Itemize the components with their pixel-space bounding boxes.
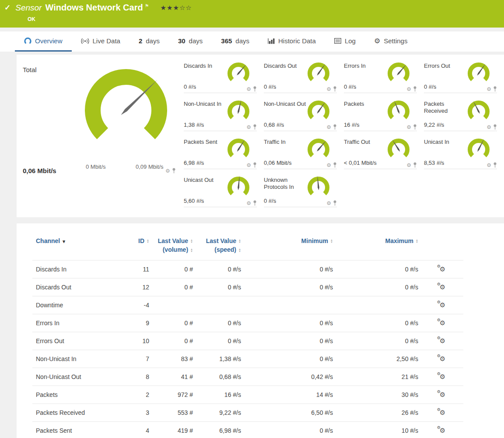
gauge-errors-out-pin-icon[interactable] [493, 86, 497, 92]
gauge-traffic-out-gear-icon[interactable]: ⚙ [406, 163, 411, 168]
gauge-errors-in-pin-icon[interactable] [413, 86, 417, 92]
mini-gear-icon: ⚙ [437, 300, 441, 304]
gauge-non-unicast-in-pin-icon[interactable] [253, 124, 257, 130]
gauge-non-unicast-in-gear-icon[interactable]: ⚙ [246, 125, 251, 130]
sort-icon[interactable]: ▲▼ [238, 248, 241, 253]
sort-icon[interactable]: ▲▼ [416, 239, 418, 243]
sort-icon[interactable]: ▲▼ [190, 239, 193, 243]
gauge-unicast-out-pin-icon[interactable] [253, 200, 257, 206]
column-label: Maximum [385, 237, 413, 244]
channel-settings-icon[interactable]: ⚙⚙ [440, 337, 445, 344]
channel-name: Discards Out [32, 278, 124, 296]
gauge-discards-in-gear-icon[interactable]: ⚙ [246, 87, 251, 92]
gauge-value: 5,60 #/s [184, 198, 204, 204]
gauge-errors-in-gear-icon[interactable]: ⚙ [406, 87, 411, 92]
gauge-traffic-in[interactable]: Traffic In 0,06 Mbit/s⚙ [264, 137, 337, 169]
gauge-packets-received-gear-icon[interactable]: ⚙ [486, 125, 491, 130]
gauge-dial [385, 62, 412, 87]
gauge-traffic-in-pin-icon[interactable] [333, 162, 337, 168]
tab-settings[interactable]: ⚙Settings [365, 31, 417, 52]
channel-settings-icon[interactable]: ⚙⚙ [440, 391, 445, 398]
gauge-packets[interactable]: Packets 16 #/s⚙ [344, 99, 417, 131]
column-header-actions [422, 229, 463, 260]
channel-settings-icon[interactable]: ⚙⚙ [440, 320, 445, 326]
tab-historic-data[interactable]: Historic Data [259, 31, 325, 52]
sort-icon[interactable]: ▲▼ [147, 239, 149, 243]
gauge-errors-out-gear-icon[interactable]: ⚙ [486, 87, 491, 92]
gauge-unicast-in-gear-icon[interactable]: ⚙ [486, 163, 491, 168]
gauge-packets-sent-pin-icon[interactable] [253, 162, 257, 168]
column-header-last-value-volume[interactable]: Last Value▲▼(volume)▲▼ [153, 229, 196, 260]
column-label: ID [138, 237, 144, 244]
tab-label: days [189, 37, 203, 45]
tab-live-data[interactable]: Live Data [72, 31, 130, 52]
channel-value: 0 #/s [196, 260, 245, 278]
flag-icon[interactable]: ⚑ [145, 3, 149, 9]
gauge-errors-in[interactable]: Errors In 0 #/s⚙ [344, 61, 417, 93]
total-gauge-gear-icon[interactable]: ⚙ [165, 168, 170, 174]
gauge-packets-pin-icon[interactable] [413, 124, 417, 130]
gauge-non-unicast-out-gear-icon[interactable]: ⚙ [326, 125, 331, 130]
gauge-dial [385, 100, 412, 125]
tab-log[interactable]: Log [325, 31, 365, 52]
sort-icon[interactable]: ▲▼ [190, 248, 193, 253]
gauge-unknown-protocols-in[interactable]: Unknown Protocols In 0 #/s⚙ [264, 175, 337, 207]
gauge-non-unicast-out-pin-icon[interactable] [333, 124, 337, 130]
gauge-unicast-out[interactable]: Unicast Out 5,60 #/s⚙ [184, 175, 257, 207]
sort-icon[interactable]: ▲▼ [238, 239, 241, 243]
gauge-traffic-out[interactable]: Traffic Out < 0,01 Mbit/s⚙ [344, 137, 417, 169]
gauge-unknown-protocols-in-gear-icon[interactable]: ⚙ [326, 201, 331, 206]
channel-settings-icon[interactable]: ⚙⚙ [440, 302, 445, 308]
gauge-errors-out[interactable]: Errors Out 0 #/s⚙ [424, 61, 497, 93]
channel-settings-cell: ⚙⚙ [422, 278, 463, 296]
mini-gear-icon: ⚙ [437, 336, 441, 340]
channel-settings-icon[interactable]: ⚙⚙ [440, 284, 445, 290]
gauge-discards-out-pin-icon[interactable] [333, 86, 337, 92]
gauge-discards-out-gear-icon[interactable]: ⚙ [326, 87, 331, 92]
tab-2-days[interactable]: 2days [130, 31, 169, 52]
gauge-discards-in[interactable]: Discards In 0 #/s⚙ [184, 61, 257, 93]
gauge-discards-in-pin-icon[interactable] [253, 86, 257, 92]
channel-settings-icon[interactable]: ⚙⚙ [440, 427, 445, 434]
gauge-unicast-out-gear-icon[interactable]: ⚙ [246, 201, 251, 206]
column-header-minimum[interactable]: Minimum▲▼ [245, 229, 336, 260]
column-header-last-value-speed[interactable]: Last Value▲▼(speed)▲▼ [196, 229, 245, 260]
mini-gear-icon: ⚙ [437, 264, 441, 268]
gauge-packets-sent-gear-icon[interactable]: ⚙ [246, 163, 251, 168]
gauge-unknown-protocols-in-pin-icon[interactable] [333, 200, 337, 206]
priority-stars[interactable]: ★★★☆☆ [161, 4, 192, 12]
total-gauge-pin-icon[interactable] [172, 168, 176, 174]
sort-icon[interactable]: ▲▼ [330, 239, 333, 243]
tab-365-days[interactable]: 365days [212, 31, 259, 52]
channel-settings-icon[interactable]: ⚙⚙ [440, 266, 445, 272]
channel-settings-cell: ⚙⚙ [422, 403, 463, 421]
total-gauge[interactable] [80, 66, 172, 152]
channel-value: 0,42 #/s [245, 368, 336, 386]
gauge-traffic-out-pin-icon[interactable] [413, 162, 417, 168]
channel-value: 9,22 #/s [196, 403, 245, 421]
channel-settings-icon[interactable]: ⚙⚙ [440, 373, 445, 380]
gauge-dial [385, 138, 412, 163]
channel-value: 0 # [153, 278, 196, 296]
tab-overview[interactable]: Overview [15, 31, 72, 52]
tab-30-days[interactable]: 30days [169, 31, 212, 52]
table-row: Errors In90 #0 #/s0 #/s0 #/s⚙⚙ [32, 314, 463, 332]
gauge-unicast-in[interactable]: Unicast In 8,53 #/s⚙ [424, 137, 497, 169]
column-header-maximum[interactable]: Maximum▲▼ [336, 229, 422, 260]
column-header-id[interactable]: ID▲▼ [124, 229, 153, 260]
gauge-dial [305, 100, 332, 125]
gauge-unicast-in-pin-icon[interactable] [493, 162, 497, 168]
gauge-packets-received[interactable]: Packets Received 9,22 #/s⚙ [424, 99, 497, 131]
channel-settings-icon[interactable]: ⚙⚙ [440, 355, 445, 362]
gauge-packets-gear-icon[interactable]: ⚙ [406, 125, 411, 130]
gauge-traffic-in-gear-icon[interactable]: ⚙ [326, 163, 331, 168]
column-header-channel[interactable]: Channel▾ [32, 229, 124, 260]
gauge-packets-received-pin-icon[interactable] [493, 124, 497, 130]
gauge-non-unicast-out[interactable]: Non-Unicast Out 0,68 #/s⚙ [264, 99, 337, 131]
gauge-non-unicast-in[interactable]: Non-Unicast In 1,38 #/s⚙ [184, 99, 257, 131]
channel-settings-icon[interactable]: ⚙⚙ [440, 409, 445, 416]
tab-label: Historic Data [278, 37, 316, 45]
channel-value: 0 # [153, 314, 196, 332]
gauge-discards-out[interactable]: Discards Out 0 #/s⚙ [264, 61, 337, 93]
gauge-packets-sent[interactable]: Packets Sent 6,98 #/s⚙ [184, 137, 257, 169]
